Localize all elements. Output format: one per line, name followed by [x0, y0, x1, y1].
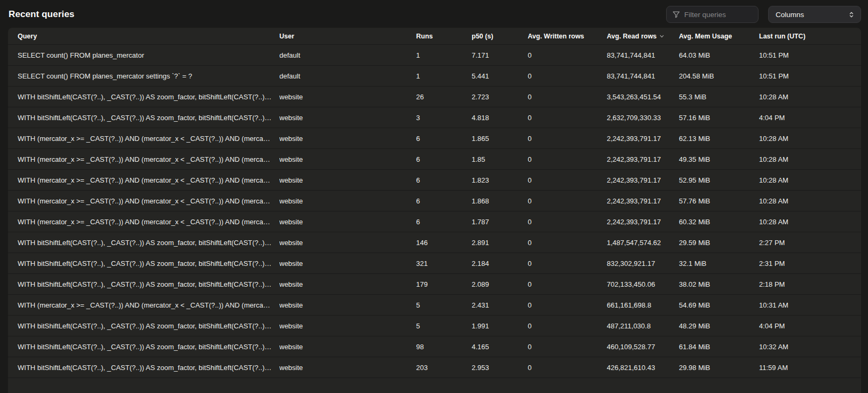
cell-user: website: [279, 239, 416, 247]
cell-user: website: [279, 218, 416, 226]
filter-queries-box[interactable]: [666, 6, 758, 23]
cell-runs: 6: [416, 176, 472, 184]
cell-runs: 146: [416, 239, 472, 247]
cell-read-rows: 83,741,744,841: [607, 72, 679, 80]
column-header-user[interactable]: User: [279, 33, 416, 40]
cell-written-rows: 0: [528, 364, 607, 372]
columns-select[interactable]: Columns: [768, 6, 861, 23]
table-row[interactable]: WITH (mercator_x >= _CAST(?..)) AND (mer…: [8, 211, 861, 232]
column-header-avg-mem-usage[interactable]: Avg. Mem Usage: [679, 33, 759, 40]
column-header-avg-read-rows[interactable]: Avg. Read rows: [607, 33, 679, 40]
cell-p50: 4.818: [472, 114, 528, 122]
cell-user: website: [279, 260, 416, 268]
cell-query: WITH (mercator_x >= _CAST(?..)) AND (mer…: [18, 218, 279, 226]
cell-read-rows: 2,242,393,791.17: [607, 135, 679, 143]
cell-p50: 2.184: [472, 260, 528, 268]
table-row[interactable]: WITH bitShiftLeft(CAST(?..), _CAST(?..))…: [8, 107, 861, 128]
table-row[interactable]: WITH bitShiftLeft(CAST(?..), _CAST(?..))…: [8, 316, 861, 336]
cell-runs: 26: [416, 93, 472, 101]
cell-mem-usage: 57.76 MiB: [679, 197, 759, 205]
cell-p50: 1.787: [472, 218, 528, 226]
cell-runs: 3: [416, 114, 472, 122]
cell-query: WITH (mercator_x >= _CAST(?..)) AND (mer…: [18, 135, 279, 143]
page-title: Recent queries: [9, 9, 74, 20]
column-header-query[interactable]: Query: [18, 33, 279, 40]
cell-written-rows: 0: [528, 218, 607, 226]
up-down-chevrons-icon: [848, 11, 855, 18]
column-header-runs[interactable]: Runs: [416, 33, 472, 40]
cell-user: website: [279, 155, 416, 163]
cell-read-rows: 702,133,450.06: [607, 280, 679, 288]
table-row[interactable]: WITH bitShiftLeft(CAST(?..), _CAST(?..))…: [8, 87, 861, 107]
table-row[interactable]: WITH bitShiftLeft(CAST(?..), _CAST(?..))…: [8, 232, 861, 253]
cell-mem-usage: 61.84 MiB: [679, 343, 759, 351]
cell-written-rows: 0: [528, 135, 607, 143]
cell-user: website: [279, 197, 416, 205]
topbar-controls: Columns: [666, 6, 861, 23]
cell-read-rows: 83,741,744,841: [607, 51, 679, 59]
table-row[interactable]: WITH bitShiftLeft(CAST(?..), _CAST(?..))…: [8, 336, 861, 357]
table-row[interactable]: WITH (mercator_x >= _CAST(?..)) AND (mer…: [8, 149, 861, 170]
table-row[interactable]: WITH (mercator_x >= _CAST(?..)) AND (mer…: [8, 170, 861, 191]
cell-query: WITH bitShiftLeft(CAST(?..), _CAST(?..))…: [18, 260, 279, 268]
cell-mem-usage: 52.95 MiB: [679, 176, 759, 184]
column-header-p50[interactable]: p50 (s): [472, 33, 528, 40]
cell-p50: 2.723: [472, 93, 528, 101]
cell-p50: 7.171: [472, 51, 528, 59]
cell-p50: 2.089: [472, 280, 528, 288]
cell-runs: 5: [416, 322, 472, 330]
table-row[interactable]: WITH (mercator_x >= _CAST(?..)) AND (mer…: [8, 128, 861, 149]
cell-mem-usage: 62.13 MiB: [679, 135, 759, 143]
cell-p50: 1.85: [472, 155, 528, 163]
cell-last-run: 4:04 PM: [759, 114, 861, 122]
cell-query: WITH bitShiftLeft(CAST(?..), _CAST(?..))…: [18, 280, 279, 288]
cell-query: WITH bitShiftLeft(CAST(?..), _CAST(?..))…: [18, 93, 279, 101]
table-row[interactable]: WITH (mercator_x >= _CAST(?..)) AND (mer…: [8, 191, 861, 211]
table-row[interactable]: WITH bitShiftLeft(CAST(?..), _CAST(?..))…: [8, 274, 861, 295]
cell-last-run: 2:27 PM: [759, 239, 861, 247]
cell-query: WITH bitShiftLeft(CAST(?..), _CAST(?..))…: [18, 322, 279, 330]
table-row[interactable]: WITH bitShiftLeft(CAST(?..), _CAST(?..))…: [8, 357, 861, 378]
table-row[interactable]: WITH bitShiftLeft(CAST(?..), _CAST(?..))…: [8, 253, 861, 274]
cell-last-run: 10:28 AM: [759, 197, 861, 205]
sort-chevron-down-icon: [659, 34, 664, 39]
cell-runs: 1: [416, 51, 472, 59]
cell-runs: 1: [416, 72, 472, 80]
cell-query: WITH (mercator_x >= _CAST(?..)) AND (mer…: [18, 155, 279, 163]
cell-read-rows: 3,543,263,451.54: [607, 93, 679, 101]
column-header-last-run[interactable]: Last run (UTC): [759, 33, 861, 40]
cell-written-rows: 0: [528, 176, 607, 184]
cell-read-rows: 2,242,393,791.17: [607, 176, 679, 184]
cell-mem-usage: 38.02 MiB: [679, 280, 759, 288]
table-row[interactable]: WITH (mercator_x >= _CAST(?..)) AND (mer…: [8, 295, 861, 316]
cell-read-rows: 2,242,393,791.17: [607, 155, 679, 163]
cell-mem-usage: 29.98 MiB: [679, 364, 759, 372]
table-row-partial[interactable]: [8, 378, 861, 393]
cell-mem-usage: 48.29 MiB: [679, 322, 759, 330]
cell-runs: 98: [416, 343, 472, 351]
cell-read-rows: 460,109,528.77: [607, 343, 679, 351]
cell-runs: 203: [416, 364, 472, 372]
cell-last-run: 4:04 PM: [759, 322, 861, 330]
cell-written-rows: 0: [528, 301, 607, 309]
cell-p50: 5.441: [472, 72, 528, 80]
cell-written-rows: 0: [528, 260, 607, 268]
cell-written-rows: 0: [528, 280, 607, 288]
cell-p50: 1.823: [472, 176, 528, 184]
columns-select-label: Columns: [776, 11, 804, 19]
table-row[interactable]: SELECT count() FROM planes_mercator defa…: [8, 45, 861, 66]
cell-mem-usage: 32.1 MiB: [679, 260, 759, 268]
cell-p50: 1.865: [472, 135, 528, 143]
table-header-row: Query User Runs p50 (s) Avg. Written row…: [8, 28, 861, 45]
cell-last-run: 10:28 AM: [759, 176, 861, 184]
column-header-avg-written-rows[interactable]: Avg. Written rows: [528, 33, 607, 40]
table-body: SELECT count() FROM planes_mercator defa…: [8, 45, 861, 378]
filter-queries-input[interactable]: [684, 11, 753, 19]
cell-runs: 6: [416, 218, 472, 226]
cell-user: website: [279, 280, 416, 288]
cell-user: website: [279, 114, 416, 122]
cell-user: website: [279, 343, 416, 351]
cell-user: default: [279, 51, 416, 59]
table-row[interactable]: SELECT count() FROM planes_mercator sett…: [8, 66, 861, 87]
cell-last-run: 10:32 AM: [759, 343, 861, 351]
